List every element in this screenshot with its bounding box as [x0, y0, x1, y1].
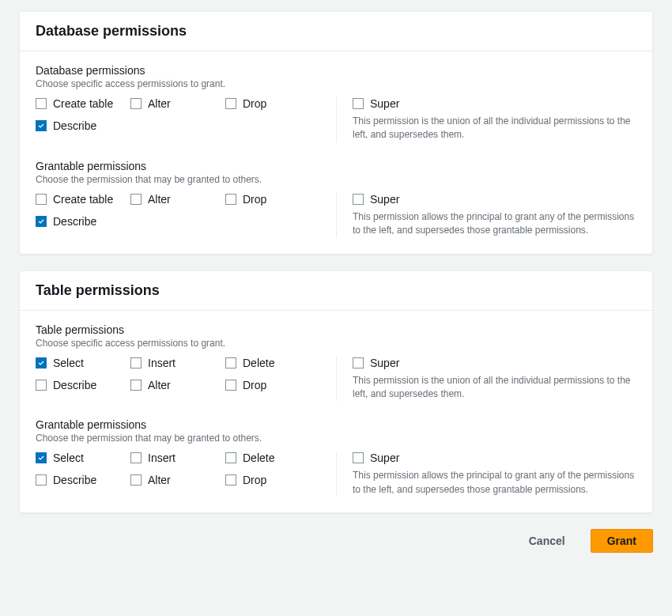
checkbox[interactable]: [225, 357, 236, 368]
panel-title: Table permissions: [36, 282, 636, 299]
perm-right: Super This permission is the union of al…: [336, 97, 636, 142]
checkbox-label: Select: [53, 452, 84, 464]
permission-checkbox-row[interactable]: Create table: [36, 97, 130, 110]
perm-grid: SelectInsertDeleteDescribeAlterDrop: [36, 357, 320, 391]
checkbox[interactable]: [225, 452, 236, 463]
grant-button[interactable]: Grant: [591, 529, 653, 553]
permission-checkbox-row[interactable]: Insert: [130, 452, 225, 464]
permission-checkbox-row[interactable]: Alter: [130, 379, 225, 391]
checkbox[interactable]: [225, 474, 236, 486]
perm-grid: Create tableAlterDropDescribe: [36, 97, 320, 132]
checkbox[interactable]: [130, 380, 142, 391]
checkbox[interactable]: [36, 380, 47, 391]
panel-header: Table permissions: [20, 271, 652, 311]
footer-actions: Cancel Grant: [19, 529, 653, 553]
permission-checkbox-row[interactable]: Select: [36, 357, 130, 369]
permission-checkbox-row[interactable]: Select: [36, 452, 130, 464]
checkbox-label: Drop: [243, 97, 266, 110]
checkbox-label: Super: [370, 97, 399, 110]
checkbox-label: Insert: [148, 357, 176, 369]
checkmark-icon: [37, 122, 45, 130]
table-permissions-panel: Table permissions Table permissions Choo…: [19, 270, 653, 514]
checkbox[interactable]: [36, 216, 47, 227]
checkbox[interactable]: [130, 452, 142, 463]
cancel-button[interactable]: Cancel: [513, 530, 581, 552]
permission-checkbox-row[interactable]: Delete: [225, 357, 320, 369]
checkbox-label: Alter: [148, 379, 171, 391]
perm-block: SelectInsertDeleteDescribeAlterDrop Supe…: [36, 357, 636, 402]
super-checkbox-row[interactable]: Super: [353, 452, 636, 464]
super-checkbox-row[interactable]: Super: [353, 357, 636, 369]
permission-checkbox-row[interactable]: Drop: [225, 97, 320, 110]
permission-checkbox-row[interactable]: Drop: [225, 193, 320, 206]
permission-checkbox-row[interactable]: Drop: [225, 379, 320, 391]
checkbox[interactable]: [36, 452, 47, 463]
panel-header: Database permissions: [20, 12, 652, 51]
checkbox[interactable]: [36, 474, 47, 486]
panel-title: Database permissions: [36, 23, 636, 40]
checkbox[interactable]: [225, 194, 236, 205]
perm-right: Super This permission is the union of al…: [336, 357, 636, 402]
checkbox[interactable]: [130, 357, 142, 368]
section-hint: Choose the permission that may be grante…: [36, 433, 636, 444]
permission-checkbox-row[interactable]: Insert: [130, 357, 225, 369]
super-checkbox-row[interactable]: Super: [353, 97, 636, 110]
db-grantable-section: Grantable permissions Choose the permiss…: [36, 160, 636, 238]
checkbox-label: Create table: [53, 193, 113, 206]
perm-left: Create tableAlterDropDescribe: [36, 193, 336, 238]
super-desc: This permission allows the principal to …: [353, 469, 636, 497]
checkmark-icon: [37, 359, 45, 367]
checkbox[interactable]: [353, 194, 364, 205]
checkbox[interactable]: [130, 474, 142, 486]
checkmark-icon: [37, 454, 45, 462]
permission-checkbox-row[interactable]: Create table: [36, 193, 130, 206]
permission-checkbox-row[interactable]: Alter: [130, 193, 225, 206]
checkbox[interactable]: [353, 452, 364, 463]
checkmark-icon: [37, 217, 45, 225]
permission-checkbox-row[interactable]: Alter: [130, 97, 225, 110]
checkbox-label: Alter: [148, 474, 171, 486]
section-title: Grantable permissions: [36, 160, 636, 172]
permission-checkbox-row[interactable]: Describe: [36, 474, 130, 486]
section-title: Database permissions: [36, 64, 636, 77]
section-hint: Choose specific access permissions to gr…: [36, 78, 636, 89]
checkbox[interactable]: [36, 120, 47, 131]
perm-block: SelectInsertDeleteDescribeAlterDrop Supe…: [36, 452, 636, 497]
section-title: Grantable permissions: [36, 418, 636, 431]
perm-left: SelectInsertDeleteDescribeAlterDrop: [36, 452, 336, 497]
permission-checkbox-row[interactable]: Describe: [36, 215, 130, 228]
checkbox[interactable]: [130, 194, 142, 205]
super-desc: This permission allows the principal to …: [353, 210, 636, 238]
perm-block: Create tableAlterDropDescribe Super This…: [36, 193, 636, 238]
checkbox[interactable]: [36, 98, 47, 109]
checkbox[interactable]: [353, 98, 364, 109]
checkbox-label: Describe: [53, 474, 96, 486]
checkbox-label: Alter: [148, 193, 171, 206]
permission-checkbox-row[interactable]: Alter: [130, 474, 225, 486]
checkbox-label: Super: [370, 357, 399, 369]
checkbox[interactable]: [36, 194, 47, 205]
permission-checkbox-row[interactable]: Describe: [36, 119, 130, 132]
checkbox[interactable]: [225, 380, 236, 391]
tbl-permissions-section: Table permissions Choose specific access…: [36, 323, 636, 402]
super-checkbox-row[interactable]: Super: [353, 193, 636, 206]
super-desc: This permission is the union of all the …: [353, 115, 636, 142]
checkbox-label: Describe: [53, 379, 96, 391]
checkbox[interactable]: [130, 98, 142, 109]
permission-checkbox-row[interactable]: Delete: [225, 452, 320, 464]
checkbox-label: Drop: [243, 474, 266, 486]
tbl-grantable-section: Grantable permissions Choose the permiss…: [36, 418, 636, 497]
section-gap: [36, 142, 636, 160]
panel-body: Database permissions Choose specific acc…: [20, 51, 652, 254]
checkbox-label: Super: [370, 452, 399, 464]
checkbox[interactable]: [36, 357, 47, 368]
panel-body: Table permissions Choose specific access…: [20, 311, 652, 513]
perm-left: Create tableAlterDropDescribe: [36, 97, 336, 142]
checkbox[interactable]: [225, 98, 236, 109]
checkbox-label: Drop: [243, 193, 266, 206]
checkbox-label: Drop: [243, 379, 266, 391]
checkbox[interactable]: [353, 357, 364, 368]
permission-checkbox-row[interactable]: Describe: [36, 379, 130, 391]
permission-checkbox-row[interactable]: Drop: [225, 474, 320, 486]
checkbox-label: Describe: [53, 119, 96, 132]
